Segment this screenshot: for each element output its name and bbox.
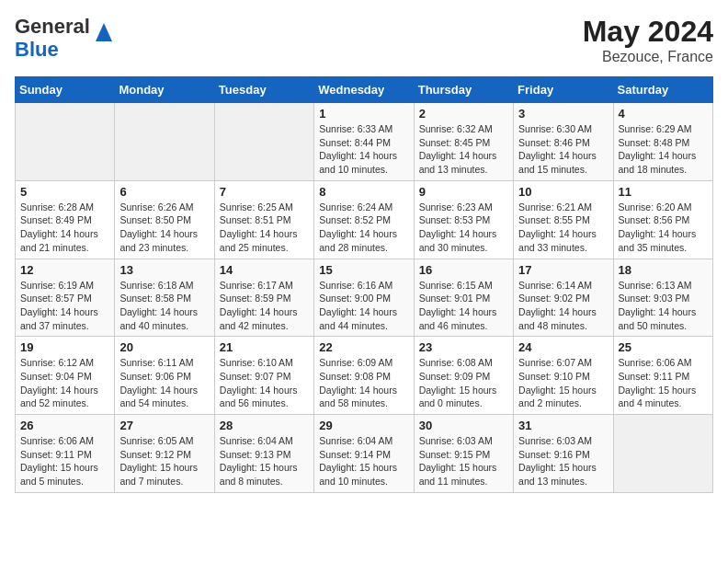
calendar-cell: 18Sunrise: 6:13 AM Sunset: 9:03 PM Dayli… — [613, 259, 712, 337]
weekday-header-saturday: Saturday — [613, 77, 712, 103]
day-number: 15 — [319, 263, 408, 277]
calendar-cell: 19Sunrise: 6:12 AM Sunset: 9:04 PM Dayli… — [16, 337, 115, 415]
calendar-cell: 10Sunrise: 6:21 AM Sunset: 8:55 PM Dayli… — [514, 180, 613, 259]
calendar-cell — [613, 415, 712, 493]
calendar-week-row: 12Sunrise: 6:19 AM Sunset: 8:57 PM Dayli… — [16, 259, 713, 337]
day-info: Sunrise: 6:16 AM Sunset: 9:00 PM Dayligh… — [319, 279, 408, 333]
day-info: Sunrise: 6:20 AM Sunset: 8:56 PM Dayligh… — [619, 201, 708, 255]
calendar-cell — [16, 103, 115, 181]
day-number: 17 — [518, 263, 608, 277]
calendar-week-row: 5Sunrise: 6:28 AM Sunset: 8:49 PM Daylig… — [16, 180, 713, 259]
month-title: May 2024 — [583, 15, 713, 49]
day-number: 27 — [119, 419, 209, 432]
day-number: 25 — [619, 340, 708, 354]
weekday-header-wednesday: Wednesday — [314, 77, 414, 103]
page-header: General Blue May 2024 Bezouce, France — [15, 15, 713, 65]
day-number: 4 — [619, 107, 708, 121]
title-block: May 2024 Bezouce, France — [583, 15, 713, 65]
day-number: 13 — [119, 263, 209, 277]
calendar-cell: 7Sunrise: 6:25 AM Sunset: 8:51 PM Daylig… — [214, 180, 313, 259]
logo: General Blue — [15, 15, 112, 62]
day-info: Sunrise: 6:10 AM Sunset: 9:07 PM Dayligh… — [220, 356, 309, 410]
day-info: Sunrise: 6:09 AM Sunset: 9:08 PM Dayligh… — [319, 356, 408, 410]
day-info: Sunrise: 6:03 AM Sunset: 9:15 PM Dayligh… — [419, 434, 508, 488]
svg-marker-0 — [96, 23, 112, 41]
day-info: Sunrise: 6:06 AM Sunset: 9:11 PM Dayligh… — [20, 434, 109, 488]
calendar-cell: 30Sunrise: 6:03 AM Sunset: 9:15 PM Dayli… — [414, 415, 513, 493]
day-number: 20 — [119, 340, 209, 354]
day-number: 6 — [119, 185, 209, 199]
day-number: 18 — [619, 263, 708, 277]
calendar-cell: 15Sunrise: 6:16 AM Sunset: 9:00 PM Dayli… — [314, 259, 414, 337]
calendar-cell: 17Sunrise: 6:14 AM Sunset: 9:02 PM Dayli… — [514, 259, 613, 337]
day-number: 29 — [319, 419, 408, 432]
day-number: 21 — [220, 340, 309, 354]
day-number: 26 — [20, 419, 109, 432]
weekday-header-row: SundayMondayTuesdayWednesdayThursdayFrid… — [16, 77, 713, 103]
day-info: Sunrise: 6:07 AM Sunset: 9:10 PM Dayligh… — [518, 356, 608, 410]
day-info: Sunrise: 6:11 AM Sunset: 9:06 PM Dayligh… — [119, 356, 209, 410]
day-number: 30 — [419, 419, 508, 432]
day-number: 14 — [220, 263, 309, 277]
day-number: 31 — [518, 419, 608, 432]
calendar-cell: 3Sunrise: 6:30 AM Sunset: 8:46 PM Daylig… — [514, 103, 613, 181]
day-info: Sunrise: 6:14 AM Sunset: 9:02 PM Dayligh… — [518, 279, 608, 333]
logo-blue: Blue — [15, 38, 59, 61]
day-info: Sunrise: 6:21 AM Sunset: 8:55 PM Dayligh… — [518, 201, 608, 255]
logo-general: General — [15, 15, 90, 38]
day-info: Sunrise: 6:13 AM Sunset: 9:03 PM Dayligh… — [619, 279, 708, 333]
calendar-cell — [115, 103, 214, 181]
day-info: Sunrise: 6:32 AM Sunset: 8:45 PM Dayligh… — [419, 122, 508, 177]
calendar-cell: 9Sunrise: 6:23 AM Sunset: 8:53 PM Daylig… — [414, 180, 513, 259]
calendar-cell: 25Sunrise: 6:06 AM Sunset: 9:11 PM Dayli… — [613, 337, 712, 415]
weekday-header-thursday: Thursday — [414, 77, 513, 103]
day-info: Sunrise: 6:04 AM Sunset: 9:13 PM Dayligh… — [220, 434, 309, 488]
day-number: 7 — [220, 185, 309, 199]
calendar-week-row: 26Sunrise: 6:06 AM Sunset: 9:11 PM Dayli… — [16, 415, 713, 493]
day-info: Sunrise: 6:05 AM Sunset: 9:12 PM Dayligh… — [119, 434, 209, 488]
day-number: 2 — [419, 107, 508, 121]
day-info: Sunrise: 6:24 AM Sunset: 8:52 PM Dayligh… — [319, 201, 408, 255]
calendar-cell: 31Sunrise: 6:03 AM Sunset: 9:16 PM Dayli… — [514, 415, 613, 493]
calendar-cell: 16Sunrise: 6:15 AM Sunset: 9:01 PM Dayli… — [414, 259, 513, 337]
day-info: Sunrise: 6:28 AM Sunset: 8:49 PM Dayligh… — [20, 201, 109, 255]
day-info: Sunrise: 6:15 AM Sunset: 9:01 PM Dayligh… — [419, 279, 508, 333]
day-info: Sunrise: 6:26 AM Sunset: 8:50 PM Dayligh… — [119, 201, 209, 255]
day-number: 1 — [319, 107, 408, 121]
calendar-cell: 22Sunrise: 6:09 AM Sunset: 9:08 PM Dayli… — [314, 337, 414, 415]
day-number: 10 — [518, 185, 608, 199]
day-info: Sunrise: 6:30 AM Sunset: 8:46 PM Dayligh… — [518, 122, 608, 177]
day-number: 19 — [20, 340, 109, 354]
logo-triangle-icon — [96, 23, 112, 41]
calendar-cell: 27Sunrise: 6:05 AM Sunset: 9:12 PM Dayli… — [115, 415, 214, 493]
calendar-week-row: 19Sunrise: 6:12 AM Sunset: 9:04 PM Dayli… — [16, 337, 713, 415]
calendar-cell: 11Sunrise: 6:20 AM Sunset: 8:56 PM Dayli… — [613, 180, 712, 259]
calendar-cell: 2Sunrise: 6:32 AM Sunset: 8:45 PM Daylig… — [414, 103, 513, 181]
day-number: 28 — [220, 419, 309, 432]
day-info: Sunrise: 6:04 AM Sunset: 9:14 PM Dayligh… — [319, 434, 408, 488]
day-number: 11 — [619, 185, 708, 199]
day-number: 3 — [518, 107, 608, 121]
day-number: 8 — [319, 185, 408, 199]
day-number: 16 — [419, 263, 508, 277]
calendar-cell: 5Sunrise: 6:28 AM Sunset: 8:49 PM Daylig… — [16, 180, 115, 259]
day-info: Sunrise: 6:19 AM Sunset: 8:57 PM Dayligh… — [20, 279, 109, 333]
calendar-week-row: 1Sunrise: 6:33 AM Sunset: 8:44 PM Daylig… — [16, 103, 713, 181]
day-number: 12 — [20, 263, 109, 277]
calendar-cell: 29Sunrise: 6:04 AM Sunset: 9:14 PM Dayli… — [314, 415, 414, 493]
weekday-header-friday: Friday — [514, 77, 613, 103]
day-info: Sunrise: 6:08 AM Sunset: 9:09 PM Dayligh… — [419, 356, 508, 410]
day-number: 24 — [518, 340, 608, 354]
day-info: Sunrise: 6:25 AM Sunset: 8:51 PM Dayligh… — [220, 201, 309, 255]
calendar-cell: 23Sunrise: 6:08 AM Sunset: 9:09 PM Dayli… — [414, 337, 513, 415]
calendar-cell: 24Sunrise: 6:07 AM Sunset: 9:10 PM Dayli… — [514, 337, 613, 415]
calendar-cell: 6Sunrise: 6:26 AM Sunset: 8:50 PM Daylig… — [115, 180, 214, 259]
calendar-cell: 28Sunrise: 6:04 AM Sunset: 9:13 PM Dayli… — [214, 415, 313, 493]
calendar-cell — [214, 103, 313, 181]
day-info: Sunrise: 6:06 AM Sunset: 9:11 PM Dayligh… — [619, 356, 708, 410]
calendar-cell: 1Sunrise: 6:33 AM Sunset: 8:44 PM Daylig… — [314, 103, 414, 181]
calendar-cell: 4Sunrise: 6:29 AM Sunset: 8:48 PM Daylig… — [613, 103, 712, 181]
calendar-cell: 13Sunrise: 6:18 AM Sunset: 8:58 PM Dayli… — [115, 259, 214, 337]
day-number: 5 — [20, 185, 109, 199]
weekday-header-monday: Monday — [115, 77, 214, 103]
